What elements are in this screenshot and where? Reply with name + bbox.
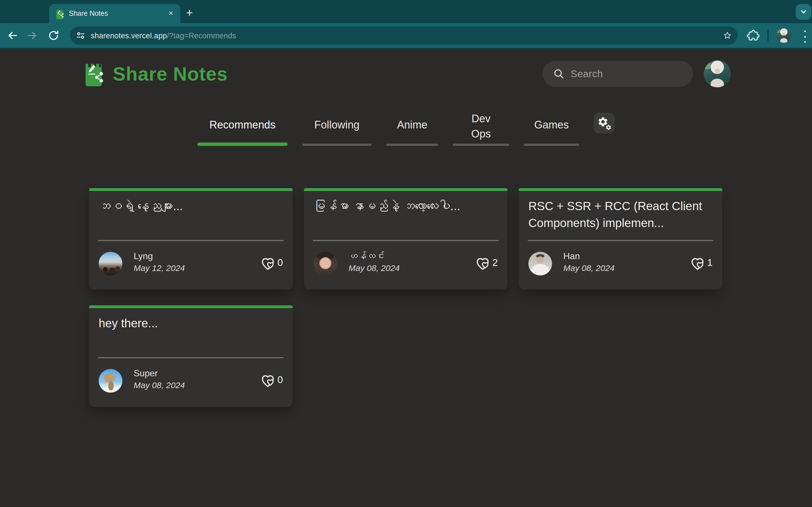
- reload-button[interactable]: [47, 29, 60, 42]
- url-text[interactable]: sharenotes.vercel.app/?tag=Recommends: [91, 31, 236, 40]
- nav-tabs: Recommends Following Anime Dev Ops Games: [0, 107, 812, 146]
- author-name: Super: [134, 369, 158, 379]
- card-divider: [98, 357, 284, 358]
- note-card[interactable]: hey there... Super May 08, 2024 0: [89, 305, 293, 407]
- browser-tab[interactable]: Share Notes ×: [49, 4, 181, 23]
- tab-close-icon[interactable]: ×: [166, 9, 175, 18]
- likes-heart-icon[interactable]: [690, 256, 705, 272]
- tab-search-chevron-button[interactable]: [796, 4, 811, 20]
- browser-profile-avatar[interactable]: [776, 28, 791, 43]
- search-icon: [553, 68, 565, 80]
- address-bar[interactable]: sharenotes.vercel.app/?tag=Recommends: [70, 26, 738, 45]
- notes-grid: ဘဝရဲ့ နေ့ညများ... Lyng May 12, 2024 0 မြ…: [89, 188, 722, 407]
- site-info-icon[interactable]: [75, 31, 86, 41]
- search-box[interactable]: Search: [543, 61, 693, 87]
- forward-button[interactable]: [26, 29, 39, 42]
- tab-recommends[interactable]: Recommends: [197, 107, 288, 146]
- likes-count: 1: [707, 257, 712, 269]
- gear-icon: [596, 115, 612, 131]
- note-title: ဘဝရဲ့ နေ့ညများ...: [99, 198, 283, 215]
- back-button[interactable]: [6, 29, 19, 42]
- note-card[interactable]: မြန်မာ နာမည်နဲ့ ဘလော့လေးပါ... ဟန်လင်း Ma…: [304, 188, 507, 290]
- author-name: ဟန်လင်း: [349, 251, 385, 262]
- author-avatar: [99, 369, 122, 393]
- note-title: RSC + SSR + RCC (React Client Components…: [528, 198, 713, 231]
- card-divider: [98, 240, 284, 241]
- author-name: Han: [563, 251, 580, 262]
- author-avatar: [528, 252, 552, 276]
- author-avatar: [313, 252, 337, 276]
- note-card[interactable]: RSC + SSR + RCC (React Client Components…: [519, 188, 722, 290]
- search-placeholder: Search: [571, 68, 603, 80]
- tab-dev-ops[interactable]: Dev Ops: [453, 107, 509, 146]
- settings-button[interactable]: [594, 113, 615, 133]
- likes-heart-icon[interactable]: [260, 373, 276, 389]
- browser-menu-icon[interactable]: [802, 29, 807, 44]
- note-date: May 08, 2024: [134, 380, 185, 390]
- note-date: May 12, 2024: [134, 263, 185, 273]
- user-avatar[interactable]: [704, 60, 731, 87]
- likes-count: 0: [277, 257, 283, 269]
- note-date: May 08, 2024: [563, 263, 615, 273]
- note-card[interactable]: ဘဝရဲ့ နေ့ညများ... Lyng May 12, 2024 0: [89, 188, 293, 290]
- likes-count: 2: [492, 257, 498, 269]
- app-logo: [83, 60, 104, 87]
- page-title: Share Notes: [113, 63, 228, 85]
- app-favicon: [55, 8, 64, 19]
- toolbar-divider: [767, 30, 768, 41]
- note-title: မြန်မာ နာမည်နဲ့ ဘလော့လေးပါ...: [313, 198, 498, 215]
- new-tab-button[interactable]: +: [182, 6, 197, 21]
- note-date: May 08, 2024: [349, 263, 400, 273]
- note-title: hey there...: [99, 315, 283, 332]
- author-name: Lyng: [134, 251, 153, 262]
- tab-title: Share Notes: [69, 10, 166, 17]
- extensions-icon[interactable]: [747, 29, 760, 42]
- card-divider: [528, 240, 713, 241]
- card-accent-bar: [89, 305, 293, 308]
- tab-following[interactable]: Following: [302, 107, 371, 146]
- card-accent-bar: [519, 188, 722, 191]
- card-accent-bar: [304, 188, 507, 191]
- bookmark-star-icon[interactable]: [722, 31, 732, 41]
- likes-heart-icon[interactable]: [260, 256, 276, 272]
- card-divider: [313, 240, 499, 241]
- card-accent-bar: [89, 188, 293, 191]
- likes-heart-icon[interactable]: [475, 256, 491, 272]
- tab-anime[interactable]: Anime: [386, 107, 438, 146]
- likes-count: 0: [277, 374, 283, 386]
- tab-games[interactable]: Games: [524, 107, 579, 146]
- author-avatar: [99, 252, 122, 276]
